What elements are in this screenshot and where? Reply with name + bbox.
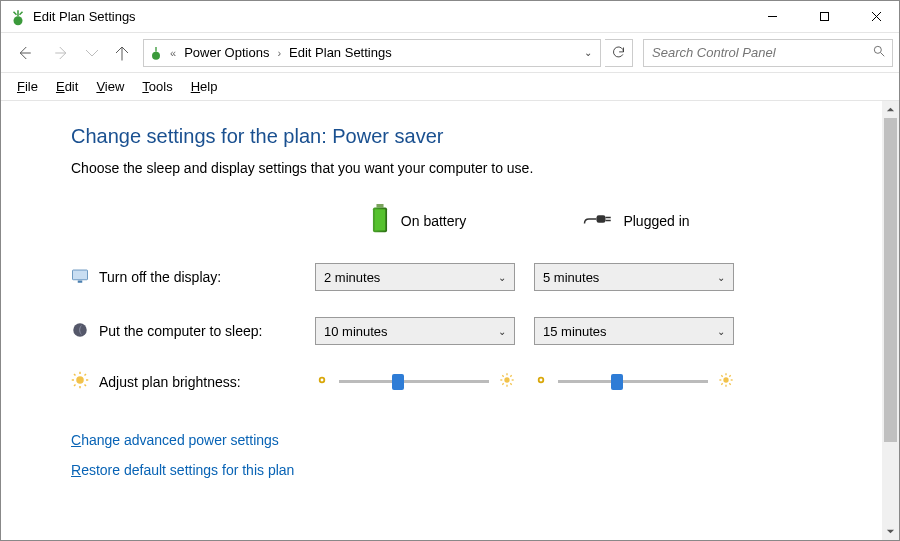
slider-thumb[interactable] [611, 374, 623, 390]
breadcrumb-prefix: « [168, 47, 178, 59]
svg-line-46 [729, 375, 730, 376]
monitor-icon [71, 267, 89, 288]
address-history-chevron[interactable]: ⌄ [580, 47, 596, 58]
column-label: Plugged in [623, 213, 689, 229]
scroll-thumb[interactable] [884, 118, 897, 442]
dropdown-value: 5 minutes [543, 270, 599, 285]
dropdown-value: 15 minutes [543, 324, 607, 339]
svg-line-25 [85, 385, 87, 387]
brightness-high-icon [499, 372, 515, 391]
brightness-plugged-slider[interactable] [534, 372, 734, 391]
chevron-down-icon: ⌄ [717, 326, 725, 337]
search-input[interactable] [650, 44, 868, 61]
sleep-timeout-battery-dropdown[interactable]: 10 minutes ⌄ [315, 317, 515, 345]
power-options-icon [148, 45, 164, 61]
svg-point-0 [14, 16, 23, 25]
scroll-down-button[interactable] [882, 523, 899, 540]
navbar: « Power Options › Edit Plan Settings ⌄ [1, 33, 899, 73]
page-content: Change settings for the plan: Power save… [1, 101, 882, 540]
sleep-timeout-plugged-dropdown[interactable]: 15 minutes ⌄ [534, 317, 734, 345]
moon-icon [71, 321, 89, 342]
svg-point-8 [874, 46, 881, 53]
chevron-down-icon: ⌄ [498, 272, 506, 283]
svg-rect-1 [17, 10, 19, 16]
restore-defaults-link[interactable]: Restore default settings for this plan [71, 462, 882, 478]
slider-track[interactable] [558, 380, 708, 383]
svg-line-24 [74, 374, 76, 376]
change-advanced-link[interactable]: Change advanced power settings [71, 432, 882, 448]
app-icon [9, 8, 27, 26]
column-on-battery: On battery [315, 204, 520, 237]
row-label-text: Put the computer to sleep: [99, 323, 262, 339]
svg-line-34 [502, 375, 503, 376]
back-button[interactable] [7, 39, 41, 67]
search-box[interactable] [643, 39, 893, 67]
row-label-text: Turn off the display: [99, 269, 221, 285]
svg-point-19 [76, 376, 84, 384]
svg-line-44 [721, 375, 722, 376]
svg-rect-7 [155, 47, 156, 52]
column-plugged-in: Plugged in [534, 211, 739, 230]
vertical-scrollbar[interactable] [882, 101, 899, 540]
menu-help[interactable]: Help [183, 77, 226, 96]
chevron-down-icon: ⌄ [498, 326, 506, 337]
dropdown-value: 2 minutes [324, 270, 380, 285]
up-button[interactable] [105, 39, 139, 67]
close-button[interactable] [853, 2, 899, 32]
scroll-up-button[interactable] [882, 101, 899, 118]
chevron-right-icon: › [275, 47, 283, 59]
svg-rect-13 [597, 215, 606, 223]
page-subtext: Choose the sleep and display settings th… [71, 160, 882, 176]
address-bar[interactable]: « Power Options › Edit Plan Settings ⌄ [143, 39, 601, 67]
titlebar: Edit Plan Settings [1, 1, 899, 33]
svg-line-45 [729, 383, 730, 384]
menu-view[interactable]: View [88, 77, 132, 96]
dropdown-value: 10 minutes [324, 324, 388, 339]
forward-button[interactable] [45, 39, 79, 67]
svg-point-29 [504, 377, 509, 382]
svg-point-28 [320, 378, 325, 383]
page-title: Change settings for the plan: Power save… [71, 125, 882, 148]
brightness-battery-slider[interactable] [315, 372, 515, 391]
minimize-button[interactable] [749, 2, 795, 32]
row-sleep: Put the computer to sleep: [71, 321, 301, 342]
row-label-text: Adjust plan brightness: [99, 374, 241, 390]
maximize-button[interactable] [801, 2, 847, 32]
column-label: On battery [401, 213, 466, 229]
chevron-down-icon: ⌄ [717, 272, 725, 283]
display-timeout-battery-dropdown[interactable]: 2 minutes ⌄ [315, 263, 515, 291]
breadcrumb-item[interactable]: Edit Plan Settings [287, 45, 394, 60]
menu-tools[interactable]: Tools [134, 77, 180, 96]
svg-point-6 [152, 51, 160, 59]
slider-track[interactable] [339, 380, 489, 383]
search-icon[interactable] [872, 44, 886, 61]
menu-edit[interactable]: Edit [48, 77, 86, 96]
menubar: File Edit View Tools Help [1, 73, 899, 101]
display-timeout-plugged-dropdown[interactable]: 5 minutes ⌄ [534, 263, 734, 291]
refresh-button[interactable] [605, 39, 633, 67]
svg-line-26 [85, 374, 87, 376]
brightness-low-icon [534, 373, 548, 390]
brightness-low-icon [315, 373, 329, 390]
svg-point-39 [723, 377, 728, 382]
breadcrumb-item[interactable]: Power Options [182, 45, 271, 60]
svg-rect-3 [820, 13, 828, 21]
svg-rect-16 [73, 270, 88, 280]
svg-line-36 [510, 375, 511, 376]
row-brightness: Adjust plan brightness: [71, 371, 301, 392]
svg-line-37 [502, 383, 503, 384]
window-title: Edit Plan Settings [33, 9, 136, 24]
brightness-high-icon [718, 372, 734, 391]
svg-line-9 [881, 53, 885, 57]
slider-thumb[interactable] [392, 374, 404, 390]
svg-rect-10 [376, 204, 383, 208]
recent-locations-button[interactable] [83, 39, 101, 67]
scroll-track[interactable] [882, 118, 899, 523]
sun-icon [71, 371, 89, 392]
svg-line-47 [721, 383, 722, 384]
svg-rect-12 [375, 209, 386, 230]
svg-line-27 [74, 385, 76, 387]
svg-point-38 [539, 378, 544, 383]
battery-icon [369, 204, 391, 237]
menu-file[interactable]: File [9, 77, 46, 96]
